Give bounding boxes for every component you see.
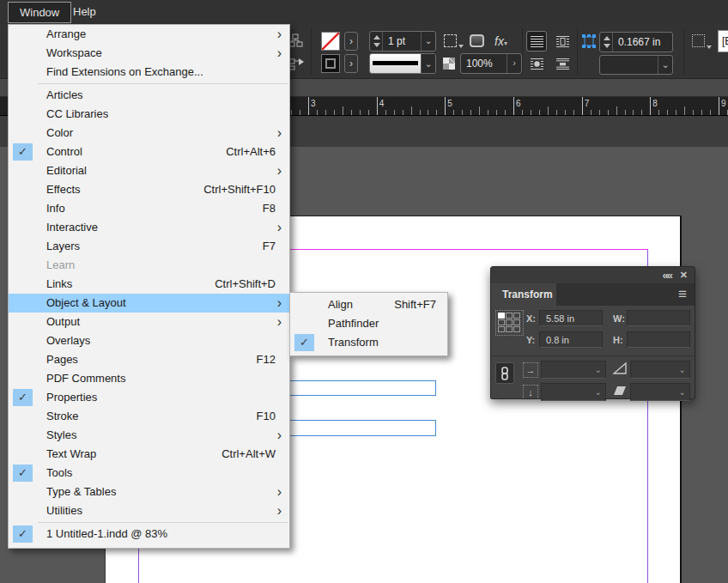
ruler-tick	[650, 97, 651, 115]
x-position-field[interactable]: 5.58 in	[539, 310, 603, 326]
menu-item-find-extensions[interactable]: Find Extensions on Exchange...	[9, 63, 289, 82]
y-position-field[interactable]: 0.8 in	[539, 331, 603, 348]
proxy-point-topleft[interactable]	[498, 313, 505, 319]
menu-item-color[interactable]: Color›	[9, 124, 289, 143]
object-style-field[interactable]: [B	[718, 30, 728, 52]
stroke-swatch-inner	[325, 58, 336, 69]
collapse-panel-icon[interactable]: ««	[663, 269, 671, 282]
menu-item-effects[interactable]: EffectsCtrl+Shift+F10	[9, 180, 289, 199]
menu-item-links[interactable]: LinksCtrl+Shift+D	[9, 275, 289, 294]
menu-item-articles[interactable]: Articles	[9, 86, 289, 105]
menu-item-control[interactable]: ✓ControlCtrl+Alt+6	[9, 143, 289, 161]
opacity-value[interactable]: 100%	[461, 54, 507, 73]
menu-item-properties[interactable]: ✓Properties	[9, 388, 289, 407]
stroke-style-dropdown[interactable]: ⌄	[369, 53, 436, 74]
stroke-weight-dropdown-icon[interactable]: ⌄	[421, 32, 435, 51]
ruler-label: 7	[585, 99, 590, 108]
effects-fx-button[interactable]: fx▾	[494, 34, 507, 48]
scale-y-dropdown[interactable]: ⌄	[541, 383, 606, 401]
proxy-point[interactable]	[498, 319, 505, 325]
wrap-offset-value[interactable]: 0.1667 in	[613, 33, 672, 52]
select-content-icon[interactable]	[288, 57, 306, 75]
corner-shape-icon[interactable]	[470, 34, 484, 47]
wrap-around-bounding-box-button[interactable]	[552, 31, 573, 52]
stroke-weight-value[interactable]: 1 pt	[383, 32, 421, 51]
opacity-combo[interactable]: 100% ›	[460, 53, 522, 74]
menu-item-interactive[interactable]: Interactive›	[9, 218, 289, 237]
submenu-item-align[interactable]: AlignShift+F7	[290, 295, 447, 314]
ruler-tick	[479, 106, 480, 115]
stroke-weight-stepper[interactable]	[370, 32, 383, 51]
proxy-point[interactable]	[513, 319, 520, 325]
menu-help[interactable]: Help	[62, 2, 107, 23]
width-field[interactable]	[627, 310, 690, 326]
transform-panel-body: X: 5.58 in W: Y: 0.8 in H: → ⌄ ↓ ⌄ ⌄ ⌄	[491, 306, 695, 398]
menu-item-layers[interactable]: LayersF7	[9, 237, 289, 256]
menu-item-cc-libraries[interactable]: CC Libraries	[9, 105, 289, 124]
stroke-color-swatch[interactable]	[321, 54, 340, 73]
submenu-arrow-icon: ›	[277, 44, 282, 62]
object-style-icon[interactable]	[692, 34, 705, 47]
ruler-tick	[591, 110, 592, 115]
submenu-arrow-icon: ›	[277, 426, 282, 444]
wrap-offset-stepper[interactable]	[600, 33, 613, 52]
submenu-item-transform[interactable]: ✓Transform	[290, 333, 447, 352]
object-style-arrow-icon	[707, 46, 712, 49]
close-panel-icon[interactable]: ✕	[680, 270, 688, 281]
shear-dropdown[interactable]: ⌄	[630, 383, 690, 401]
fill-color-swatch-none[interactable]	[321, 32, 340, 51]
ruler-label: 8	[652, 99, 658, 108]
menu-item-tools[interactable]: ✓Tools	[9, 464, 289, 483]
proxy-point[interactable]	[513, 326, 520, 332]
menu-item-stroke[interactable]: StrokeF10	[9, 407, 289, 426]
scale-x-dropdown[interactable]: ⌄	[541, 361, 606, 379]
proxy-point[interactable]	[498, 326, 505, 332]
wrap-to-dropdown[interactable]: ⌄	[599, 55, 673, 75]
corner-options-icon[interactable]	[444, 34, 457, 47]
wrap-to-dropdown-icon[interactable]: ⌄	[658, 56, 672, 74]
proxy-point[interactable]	[506, 319, 513, 325]
no-text-wrap-button[interactable]	[526, 31, 547, 52]
menu-item-workspace[interactable]: Workspace›	[9, 44, 289, 63]
menu-item-open-document[interactable]: ✓1 Untitled-1.indd @ 83%	[9, 525, 289, 544]
menu-item-type-tables[interactable]: Type & Tables›	[9, 483, 289, 501]
ruler-tick	[701, 110, 702, 115]
proxy-point[interactable]	[513, 313, 520, 319]
ruler-tick	[556, 110, 557, 115]
wrap-around-object-shape-button[interactable]	[526, 53, 547, 74]
proxy-point[interactable]	[506, 313, 513, 319]
fill-options-button[interactable]: ›	[344, 32, 358, 51]
stroke-style-dropdown-icon[interactable]: ⌄	[421, 54, 435, 73]
chevron-down-icon: ⌄	[595, 361, 602, 378]
ruler-tick	[420, 110, 421, 115]
menu-item-output[interactable]: Output›	[9, 313, 289, 331]
constrain-proportions-chain-icon[interactable]	[495, 362, 514, 384]
submenu-item-pathfinder[interactable]: Pathfinder	[290, 314, 447, 333]
tab-transform[interactable]: Transform	[491, 283, 556, 306]
menu-item-arrange[interactable]: Arrange›	[9, 25, 289, 44]
toolbar-separator	[577, 28, 578, 75]
jump-object-button[interactable]	[552, 53, 573, 74]
transform-panel-header[interactable]: «« ✕	[491, 267, 695, 283]
menu-item-info[interactable]: InfoF8	[9, 199, 289, 218]
menu-item-styles[interactable]: Styles›	[9, 426, 289, 445]
opacity-dropdown-icon[interactable]: ›	[507, 54, 521, 73]
proxy-point[interactable]	[506, 326, 513, 332]
menu-item-pdf-comments[interactable]: PDF Comments	[9, 369, 289, 388]
rotation-dropdown[interactable]: ⌄	[630, 361, 690, 379]
transparency-checker-icon[interactable]	[443, 58, 455, 70]
menu-item-pages[interactable]: PagesF12	[9, 350, 289, 369]
reference-point-proxy[interactable]	[495, 310, 524, 336]
menu-item-object-layout[interactable]: Object & Layout›	[9, 294, 289, 313]
stroke-options-button[interactable]: ›	[344, 54, 358, 73]
menu-item-editorial[interactable]: Editorial›	[9, 161, 289, 180]
panel-menu-icon[interactable]: ≡	[678, 286, 687, 303]
height-field[interactable]	[627, 331, 690, 348]
menu-item-text-wrap[interactable]: Text WrapCtrl+Alt+W	[9, 445, 289, 464]
stroke-weight-combo[interactable]: 1 pt ⌄	[369, 31, 436, 52]
menu-item-overlays[interactable]: Overlays	[9, 331, 289, 350]
select-container-icon[interactable]	[288, 33, 303, 52]
submenu-arrow-icon: ›	[277, 25, 282, 43]
wrap-offset-combo[interactable]: 0.1667 in	[599, 32, 673, 52]
menu-item-utilities[interactable]: Utilities›	[9, 501, 289, 520]
